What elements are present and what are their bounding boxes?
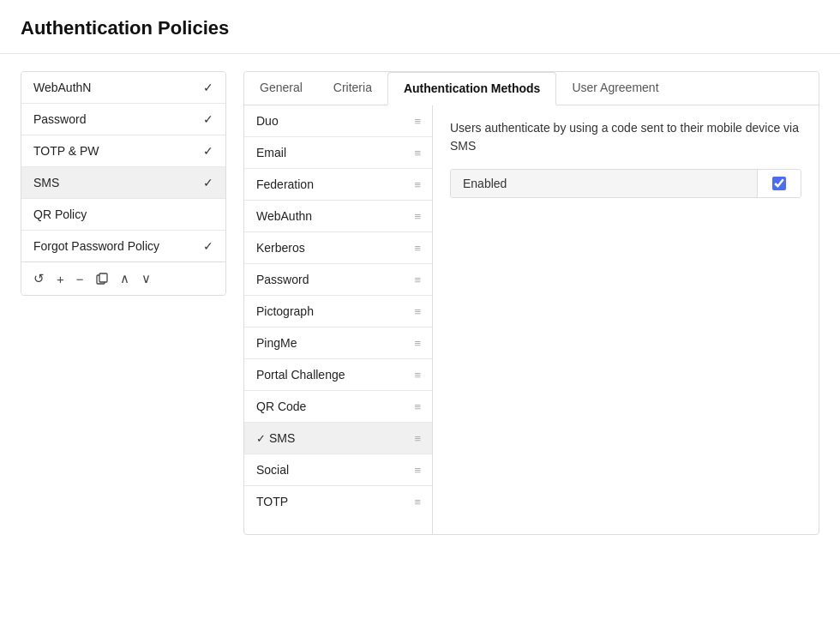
method-item-federation[interactable]: Federation≡: [244, 169, 432, 201]
main-content: WebAuthN✓Password✓TOTP & PW✓SMS✓QR Polic…: [0, 54, 840, 552]
right-panel: General Criteria Authentication Methods …: [243, 71, 819, 535]
check-icon: ✓: [203, 176, 213, 189]
method-label: Kerberos: [256, 241, 414, 255]
drag-handle-icon[interactable]: ≡: [414, 242, 420, 255]
add-button[interactable]: +: [53, 270, 68, 288]
drag-handle-icon[interactable]: ≡: [414, 178, 420, 191]
page-header: Authentication Policies: [0, 0, 840, 54]
enabled-row: Enabled: [450, 169, 801, 198]
check-icon: ✓: [203, 144, 213, 158]
method-label: Pictograph: [256, 304, 414, 318]
sidebar-item-forgot-password[interactable]: Forgot Password Policy✓: [21, 231, 225, 261]
method-item-kerberos[interactable]: Kerberos≡: [244, 232, 432, 264]
method-item-webauthn[interactable]: WebAuthn≡: [244, 201, 432, 232]
svg-rect-1: [99, 273, 107, 282]
sidebar-items-container: WebAuthN✓Password✓TOTP & PW✓SMS✓QR Polic…: [21, 72, 225, 261]
tab-user-agreement[interactable]: User Agreement: [556, 72, 674, 105]
method-item-email[interactable]: Email≡: [244, 137, 432, 169]
method-item-qr-code[interactable]: QR Code≡: [244, 391, 432, 423]
method-label: Duo: [256, 114, 414, 128]
sidebar-item-qr-policy[interactable]: QR Policy: [21, 199, 225, 231]
detail-panel: Users authenticate by using a code sent …: [433, 105, 819, 534]
drag-handle-icon[interactable]: ≡: [414, 210, 420, 223]
sidebar-item-webauthn[interactable]: WebAuthN✓: [21, 72, 225, 104]
sidebar-item-label: Forgot Password Policy: [33, 239, 159, 253]
sidebar-toolbar: ↺ + − ∧ ∨: [21, 261, 225, 295]
method-label: Social: [256, 463, 414, 477]
tabs-bar: General Criteria Authentication Methods …: [244, 72, 819, 105]
drag-handle-icon[interactable]: ≡: [414, 147, 420, 159]
method-item-pictograph[interactable]: Pictograph≡: [244, 296, 432, 328]
method-label: Portal Challenge: [256, 368, 414, 382]
method-item-portal-challenge[interactable]: Portal Challenge≡: [244, 359, 432, 391]
drag-handle-icon[interactable]: ≡: [414, 496, 420, 508]
method-label: SMS: [269, 431, 414, 445]
sidebar-item-label: WebAuthN: [33, 81, 91, 94]
check-icon: ✓: [203, 239, 213, 253]
method-item-duo[interactable]: Duo≡: [244, 105, 432, 137]
method-label: Password: [256, 273, 414, 286]
sidebar-item-label: QR Policy: [33, 207, 87, 221]
sidebar-item-sms[interactable]: SMS✓: [21, 167, 225, 199]
drag-handle-icon[interactable]: ≡: [414, 464, 420, 477]
methods-list: Duo≡Email≡Federation≡WebAuthn≡Kerberos≡P…: [244, 105, 433, 534]
detail-description: Users authenticate by using a code sent …: [450, 119, 801, 155]
method-label: Federation: [256, 177, 414, 191]
drag-handle-icon[interactable]: ≡: [414, 432, 420, 445]
tab-body: Duo≡Email≡Federation≡WebAuthn≡Kerberos≡P…: [244, 105, 819, 534]
sidebar-item-totp-pw[interactable]: TOTP & PW✓: [21, 135, 225, 167]
check-icon: ✓: [203, 81, 213, 94]
page-title: Authentication Policies: [21, 17, 819, 39]
tab-criteria[interactable]: Criteria: [318, 72, 387, 105]
method-item-social[interactable]: Social≡: [244, 454, 432, 486]
drag-handle-icon[interactable]: ≡: [414, 369, 420, 382]
tab-general[interactable]: General: [244, 72, 318, 105]
drag-handle-icon[interactable]: ≡: [414, 115, 420, 128]
refresh-button[interactable]: ↺: [30, 269, 48, 288]
sidebar-item-label: SMS: [33, 176, 59, 189]
method-label: Email: [256, 146, 414, 159]
sidebar-item-label: Password: [33, 112, 86, 126]
method-item-pingme[interactable]: PingMe≡: [244, 328, 432, 359]
method-check-icon: ✓: [256, 432, 266, 445]
enabled-checkbox-cell: [758, 170, 801, 197]
check-icon: ✓: [203, 112, 213, 126]
drag-handle-icon[interactable]: ≡: [414, 337, 420, 350]
enabled-checkbox[interactable]: [772, 177, 786, 190]
move-up-button[interactable]: ∧: [117, 269, 133, 288]
method-label: PingMe: [256, 336, 414, 350]
copy-button[interactable]: [93, 271, 111, 286]
tab-auth-methods[interactable]: Authentication Methods: [387, 72, 556, 105]
method-label: QR Code: [256, 400, 414, 413]
move-down-button[interactable]: ∨: [138, 269, 154, 288]
drag-handle-icon[interactable]: ≡: [414, 305, 420, 318]
sidebar-item-label: TOTP & PW: [33, 144, 99, 158]
method-item-totp[interactable]: TOTP≡: [244, 486, 432, 517]
sidebar: WebAuthN✓Password✓TOTP & PW✓SMS✓QR Polic…: [21, 71, 226, 296]
enabled-label: Enabled: [451, 170, 758, 197]
method-item-password[interactable]: Password≡: [244, 264, 432, 296]
method-item-sms[interactable]: ✓SMS≡: [244, 423, 432, 454]
remove-button[interactable]: −: [73, 270, 87, 288]
method-label: TOTP: [256, 495, 414, 508]
drag-handle-icon[interactable]: ≡: [414, 273, 420, 286]
sidebar-item-password[interactable]: Password✓: [21, 104, 225, 135]
method-label: WebAuthn: [256, 209, 414, 223]
drag-handle-icon[interactable]: ≡: [414, 400, 420, 413]
